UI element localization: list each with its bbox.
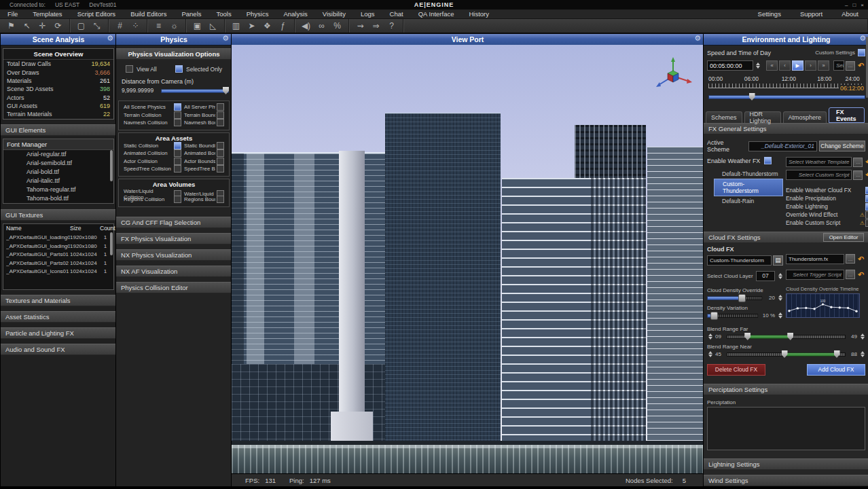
animated-collision-checkbox[interactable] bbox=[174, 149, 181, 157]
menu-tools[interactable]: Tools bbox=[209, 10, 239, 18]
font-item[interactable]: Arial-italic.ttf bbox=[3, 177, 113, 185]
custom-settings-checkbox[interactable] bbox=[858, 49, 865, 56]
undo-icon[interactable]: ↶ bbox=[856, 61, 865, 70]
add-cloud-fx-button[interactable]: Add Cloud FX bbox=[807, 364, 865, 376]
lightning-settings-title[interactable]: Lightning Settings bbox=[704, 458, 868, 470]
menu-chat[interactable]: Chat bbox=[382, 10, 411, 18]
maximize-button[interactable]: □ bbox=[852, 2, 856, 8]
undo-icon[interactable]: ↶ bbox=[864, 170, 868, 179]
cloud-fx-name-field[interactable]: Custom-Thunderstorm bbox=[707, 255, 772, 266]
enable-precipitation-checkbox[interactable] bbox=[865, 195, 868, 202]
fast-forward-button[interactable]: » bbox=[818, 60, 829, 71]
change-scheme-button[interactable]: Change Scheme bbox=[819, 141, 865, 151]
select-custom-script-field[interactable]: Select Custom Script bbox=[786, 170, 852, 180]
blend-far-max-stepper[interactable] bbox=[859, 333, 865, 340]
menu-visibility[interactable]: Visibility bbox=[315, 10, 353, 18]
regions-bounds-checkbox[interactable] bbox=[217, 196, 224, 203]
browse-script-button[interactable]: … bbox=[846, 61, 855, 71]
weather-scheme-item[interactable]: Default-Rain bbox=[714, 196, 783, 206]
library-icon[interactable]: ▥ bbox=[228, 20, 244, 32]
fx-general-settings-title[interactable]: FX General Settings bbox=[704, 123, 868, 134]
font-manager-title[interactable]: Font Manager bbox=[3, 139, 113, 150]
terrain-collision-checkbox[interactable] bbox=[174, 111, 181, 119]
gear-icon[interactable]: ⚙ bbox=[107, 34, 113, 43]
browse-custom-script-button[interactable]: … bbox=[853, 170, 863, 180]
move-tool-icon[interactable]: ✛ bbox=[35, 20, 50, 32]
section-asset-statistics[interactable]: Asset Statistics bbox=[1, 311, 116, 323]
section-fx-physics-viz[interactable]: FX Physics Visualization bbox=[116, 233, 232, 244]
actor-collision-checkbox[interactable] bbox=[174, 158, 181, 165]
stamp-tool-icon[interactable]: ⚑ bbox=[3, 20, 19, 32]
selected-only-checkbox[interactable] bbox=[175, 65, 183, 73]
time-field[interactable]: 00:05:00:00 bbox=[707, 60, 753, 71]
align-tool-icon[interactable]: ⁘ bbox=[128, 20, 143, 32]
rewind-button[interactable]: « bbox=[766, 60, 778, 71]
distance-slider[interactable] bbox=[161, 88, 228, 93]
dock-tool-icon[interactable]: ≡ bbox=[151, 20, 166, 32]
menu-physics[interactable]: Physics bbox=[239, 10, 276, 18]
undo-icon[interactable]: ↶ bbox=[864, 158, 868, 166]
scrollbar[interactable] bbox=[110, 150, 113, 181]
wind-settings-title[interactable]: Wind Settings bbox=[704, 475, 868, 486]
font-item[interactable]: Tahoma-bold.ttf bbox=[3, 194, 113, 203]
section-audio-sound-fx[interactable]: Audio and Sound FX bbox=[1, 344, 116, 355]
cloud-layer-value[interactable]: 07 bbox=[756, 271, 775, 281]
marquee-tool-icon[interactable]: ▢ bbox=[73, 20, 89, 32]
browse-fx-file-button[interactable]: … bbox=[846, 254, 855, 264]
time-of-day-slider[interactable] bbox=[708, 94, 864, 99]
enable-custom-script-checkbox[interactable] bbox=[865, 219, 868, 227]
density-variation-stepper[interactable] bbox=[777, 312, 783, 319]
range-handle-min[interactable] bbox=[744, 333, 751, 340]
weather-scheme-item-selected[interactable]: Custom-Thunderstorm bbox=[714, 179, 783, 196]
menu-script-editors[interactable]: Script Editors bbox=[70, 10, 124, 18]
weather-scheme-item[interactable]: Default-Thunderstorm bbox=[714, 169, 783, 179]
unlink-icon[interactable]: % bbox=[329, 20, 345, 32]
range-handle-max[interactable] bbox=[787, 333, 793, 340]
section-gui-elements[interactable]: GUI Elements bbox=[1, 124, 116, 136]
enable-lightning-checkbox[interactable] bbox=[865, 203, 868, 211]
close-button[interactable]: × bbox=[861, 2, 864, 8]
link-icon[interactable]: ∞ bbox=[314, 20, 329, 32]
menu-logs[interactable]: Logs bbox=[353, 10, 382, 18]
blend-range-near-slider[interactable] bbox=[727, 351, 846, 357]
section-particle-lighting-fx[interactable]: Particle and Lighting FX bbox=[1, 327, 116, 339]
select-tool-icon[interactable]: ↖ bbox=[19, 20, 35, 32]
section-physics-collision-editor[interactable]: Physics Collision Editor bbox=[116, 282, 232, 293]
browse-weather-template-button[interactable]: … bbox=[853, 158, 863, 167]
tab-fx-events[interactable]: FX Events bbox=[829, 107, 865, 123]
minimize-button[interactable]: – bbox=[845, 2, 848, 8]
slider-handle[interactable] bbox=[738, 294, 746, 302]
all-server-physics-checkbox[interactable] bbox=[217, 103, 224, 111]
enable-weather-fx-checkbox[interactable] bbox=[764, 157, 772, 164]
all-scene-physics-checkbox[interactable] bbox=[174, 103, 181, 111]
help-actor-icon[interactable]: ? bbox=[384, 20, 399, 32]
navmesh-bounds-checkbox[interactable] bbox=[217, 119, 224, 126]
gear-icon[interactable]: ⚙ bbox=[859, 34, 866, 43]
table-row[interactable]: _APXDefaultGUI_loading021920x10801 bbox=[3, 242, 113, 251]
step-forward-button[interactable]: › bbox=[805, 60, 816, 71]
browse-trigger-script-button[interactable]: … bbox=[846, 270, 855, 279]
speedtree-bounds-checkbox[interactable] bbox=[217, 165, 224, 173]
tab-schemes[interactable]: Schemes bbox=[706, 111, 742, 123]
navmesh-collision-checkbox[interactable] bbox=[174, 119, 181, 126]
density-override-stepper[interactable] bbox=[777, 295, 783, 301]
cloud-density-timeline-chart[interactable]: 100 bbox=[786, 293, 860, 318]
fx-file-field[interactable]: Thunderstorm.fx bbox=[786, 254, 844, 264]
view-all-checkbox[interactable] bbox=[126, 65, 133, 73]
font-item[interactable]: Arial-bold.ttf bbox=[3, 168, 113, 177]
terrain-ramp-icon[interactable]: ◺ bbox=[205, 20, 221, 32]
menu-support[interactable]: Support bbox=[791, 10, 832, 18]
blend-range-far-slider[interactable] bbox=[727, 333, 846, 339]
snap-grid-icon[interactable]: # bbox=[112, 20, 128, 32]
perciptation-list-box[interactable] bbox=[707, 407, 865, 450]
terrain-bounds-checkbox[interactable] bbox=[217, 111, 224, 119]
slider-handle[interactable] bbox=[710, 312, 718, 320]
menu-file[interactable]: File bbox=[0, 10, 25, 18]
menu-panels[interactable]: Panels bbox=[174, 10, 209, 18]
table-row[interactable]: _APXDefaultGUI_loading011920x10801 bbox=[3, 233, 113, 242]
menu-settings[interactable]: Settings bbox=[748, 10, 791, 18]
audio-icon[interactable]: ◀) bbox=[298, 20, 314, 32]
slider-handle[interactable] bbox=[749, 93, 755, 101]
light-gizmo-icon[interactable]: ☼ bbox=[166, 20, 182, 32]
section-cg-cff-flags[interactable]: CG And CFF Flag Selection bbox=[116, 217, 232, 228]
